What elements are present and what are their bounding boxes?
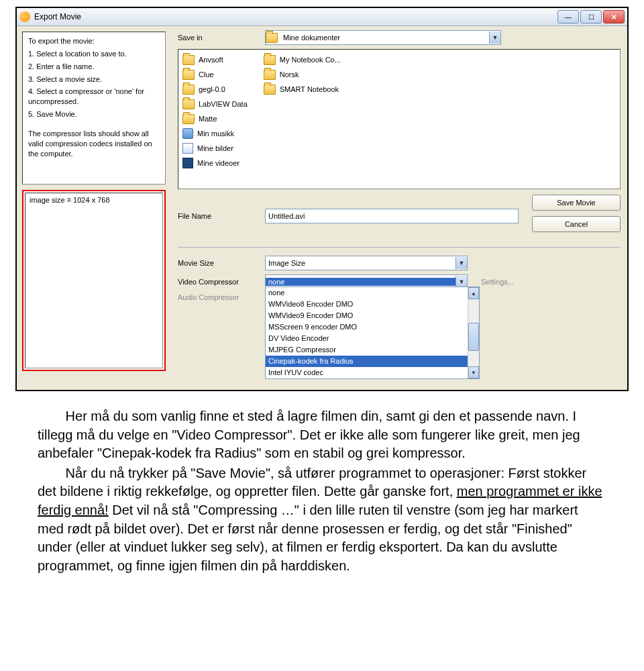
file-browser-item-label: SMART Notebook [280,85,339,93]
file-browser-item[interactable]: Mine videoer [182,157,248,169]
folder-icon [264,55,276,65]
status-panel-highlighted: image size = 1024 x 768 [22,190,166,371]
save-movie-button[interactable]: Save Movie [532,195,621,211]
settings-link[interactable]: Settings... [481,278,514,286]
close-button[interactable]: ✕ [603,10,625,23]
scroll-down-icon[interactable]: ▼ [468,366,479,378]
movie-size-label: Movie Size [178,259,265,267]
instruction-step: 4. Select a compressor or 'none' for unc… [28,87,160,107]
save-in-value: Mine dokumenter [280,34,489,42]
instruction-step: 3. Select a movie size. [28,74,160,85]
folder-icon [182,99,195,109]
instructions-heading: To export the movie: [28,36,160,46]
file-browser-item-label: LabVIEW Data [199,100,248,108]
folder-icon [182,55,195,65]
file-browser-item[interactable]: gegl-0.0 [182,83,248,95]
scrollbar[interactable]: ▲ ▼ [468,287,479,378]
image-size-status: image size = 1024 x 768 [30,196,110,204]
file-browser-item-label: Matte [199,115,217,123]
save-in-combo[interactable]: Mine dokumenter ▼ [265,30,501,45]
save-in-row: Save in Mine dokumenter ▼ [178,30,621,45]
codec-option[interactable]: WMVideo9 Encoder DMO [266,310,468,321]
file-browser-item-label: gegl-0.0 [199,85,225,93]
cancel-button[interactable]: Cancel [532,216,621,232]
codec-option[interactable]: MSScreen 9 encoder DMO [266,321,468,333]
codec-option[interactable]: none [266,287,468,299]
file-browser-item-label: Min musikk [197,130,234,138]
codec-option[interactable]: MJPEG Compressor [266,344,468,356]
window-title: Export Movie [34,12,556,21]
movie-size-combo[interactable]: Image Size ▼ [265,256,468,270]
folder-icon [182,85,195,95]
codec-option[interactable]: WMVideo8 Encoder DMO [266,299,468,310]
instructions-note: The compressor lists should show all val… [28,129,160,159]
file-browser-item[interactable]: Norsk [264,68,341,81]
folder-icon [182,114,195,124]
file-browser-item[interactable]: Clue [182,68,248,81]
audio-compressor-label: Audio Compressor [178,293,265,301]
video-compressor-label: Video Compressor [178,278,265,286]
folder-icon [264,70,276,80]
video-compressor-dropdown-list[interactable]: noneWMVideo8 Encoder DMOWMVideo9 Encoder… [265,287,480,379]
file-browser-item-label: Clue [199,70,214,79]
file-name-input[interactable] [265,209,519,223]
file-browser-item[interactable]: SMART Notebook [264,83,341,95]
scroll-thumb[interactable] [468,323,479,351]
pictures-icon [182,143,193,154]
chevron-down-icon[interactable]: ▼ [489,32,500,44]
export-movie-dialog: Export Movie — ☐ ✕ To export the movie: … [15,7,629,391]
file-browser-item[interactable]: Min musikk [182,127,248,140]
file-browser-item[interactable]: Matte [182,113,248,125]
video-compressor-value: none [266,278,455,286]
codec-option[interactable]: Cinepak-kodek fra Radius [266,356,468,367]
instructions-panel: To export the movie: 1. Select a locatio… [22,32,166,185]
file-browser-item-label: Anvsoft [199,56,223,64]
folder-icon [264,85,276,95]
minimize-button[interactable]: — [557,10,579,23]
save-in-label: Save in [178,34,265,42]
app-icon [19,11,30,22]
file-browser-item[interactable]: LabVIEW Data [182,98,248,110]
article-text: Her må du som vanlig finne et sted å lag… [13,391,631,583]
file-browser-item[interactable]: My Notebook Co... [264,54,341,66]
file-browser-item-label: Mine bilder [197,144,233,152]
maximize-button[interactable]: ☐ [580,10,602,23]
file-browser-item[interactable]: Mine bilder [182,142,248,154]
videos-icon [182,158,193,168]
file-browser-item-label: Mine videoer [197,159,239,167]
movie-size-value: Image Size [266,259,455,267]
titlebar: Export Movie — ☐ ✕ [17,8,627,26]
codec-option[interactable]: Intel IYUV codec [266,367,468,378]
folder-icon [182,70,195,80]
instruction-step: 2. Enter a file name. [28,62,160,72]
instruction-step: 5. Save Movie. [28,109,160,119]
file-browser-item-label: Norsk [280,70,299,79]
codec-option[interactable]: DV Video Encoder [266,333,468,344]
music-icon [182,128,193,139]
file-browser-item[interactable]: Anvsoft [182,54,248,66]
scroll-up-icon[interactable]: ▲ [468,287,479,299]
chevron-down-icon[interactable]: ▼ [455,257,467,269]
file-name-label: File Name [178,212,265,220]
folder-icon [266,33,278,43]
file-browser-item-label: My Notebook Co... [280,56,341,64]
file-browser[interactable]: AnvsoftCluegegl-0.0LabVIEW DataMatteMin … [178,49,621,189]
instruction-step: 1. Select a location to save to. [28,49,160,59]
